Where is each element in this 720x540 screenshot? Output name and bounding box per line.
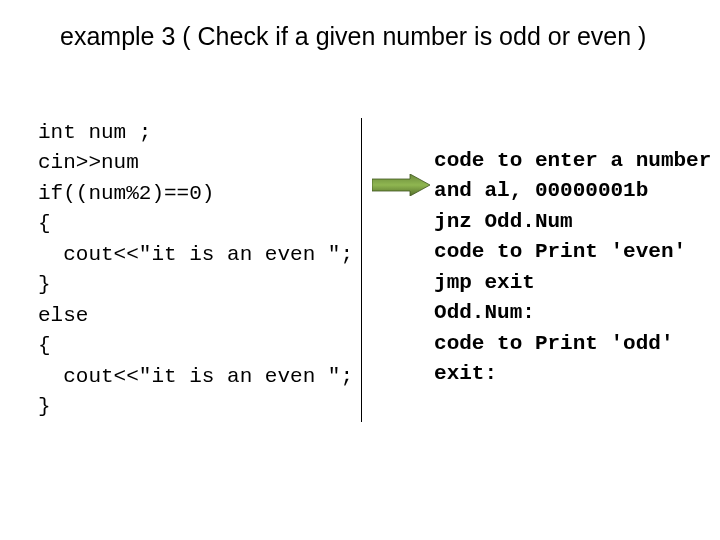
slide-title: example 3 ( Check if a given number is o… xyxy=(60,22,680,51)
svg-marker-0 xyxy=(372,174,430,196)
arrow-right-icon xyxy=(372,174,430,196)
asm-code-block: code to enter a number and al, 00000001b… xyxy=(434,146,711,390)
content-area: int num ; cin>>num if((num%2)==0) { cout… xyxy=(38,118,710,500)
vertical-divider xyxy=(361,118,362,422)
two-column-layout: int num ; cin>>num if((num%2)==0) { cout… xyxy=(38,118,710,422)
right-column: code to enter a number and al, 00000001b… xyxy=(366,118,710,418)
cpp-code-block: int num ; cin>>num if((num%2)==0) { cout… xyxy=(38,118,361,422)
slide: example 3 ( Check if a given number is o… xyxy=(0,0,720,540)
